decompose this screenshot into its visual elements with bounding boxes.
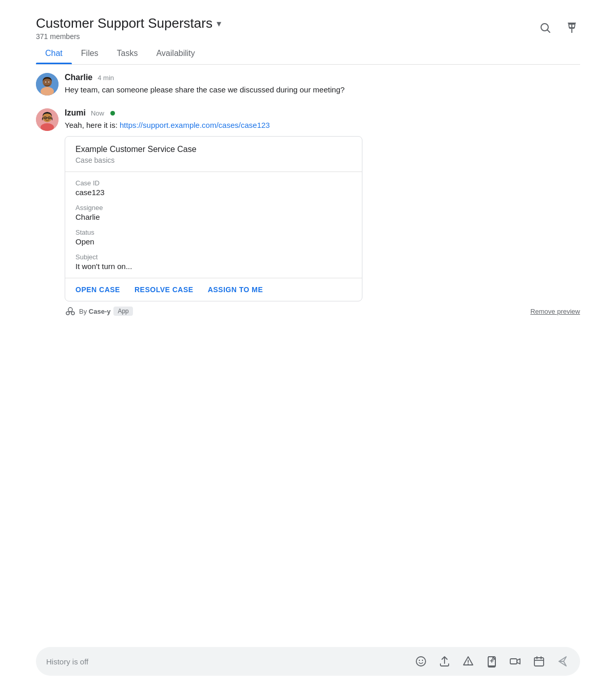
search-icon	[539, 22, 551, 34]
resolve-case-button[interactable]: RESOLVE CASE	[134, 285, 194, 294]
dropdown-icon[interactable]: ▾	[217, 18, 221, 29]
svg-line-21	[69, 312, 70, 312]
case-field-label-subject: Subject	[75, 253, 352, 261]
svg-point-25	[422, 660, 423, 661]
emoji-icon	[415, 655, 427, 668]
case-field-label-assignee: Assignee	[75, 204, 352, 212]
open-case-button[interactable]: OPEN CASE	[75, 285, 120, 294]
remove-preview-link[interactable]: Remove preview	[530, 308, 580, 315]
header: Customer Support Superstars ▾ 371 member…	[36, 10, 580, 41]
case-field-label-status: Status	[75, 228, 352, 236]
tab-tasks[interactable]: Tasks	[108, 43, 147, 64]
casey-logo-icon	[65, 306, 76, 317]
case-card-title: Example Customer Service Case	[75, 145, 352, 154]
chat-content: Charlie 4 min Hey team, can someone plea…	[36, 65, 580, 317]
pin-icon	[566, 22, 578, 34]
avatar-charlie	[36, 73, 59, 96]
bottom-bar: History is off	[36, 647, 580, 676]
case-card: Example Customer Service Case Case basic…	[65, 136, 362, 301]
online-indicator	[110, 111, 115, 116]
message-text-charlie: Hey team, can someone please share the c…	[65, 84, 580, 96]
by-app-row: By Case-y App Remove preview	[65, 306, 580, 317]
message-text-izumi: Yeah, here it is: https://support.exampl…	[65, 120, 580, 131]
svg-rect-33	[534, 658, 544, 666]
send-icon	[556, 655, 569, 668]
message-header-izumi: Izumi Now	[65, 108, 580, 118]
case-card-header: Example Customer Service Case Case basic…	[65, 137, 362, 172]
svg-point-18	[68, 308, 72, 312]
tab-chat[interactable]: Chat	[36, 43, 72, 64]
message-body-izumi: Izumi Now Yeah, here it is: https://supp…	[65, 108, 580, 317]
case-field-value-id: case123	[75, 188, 352, 197]
by-app-left: By Case-y App	[65, 306, 133, 317]
svg-point-8	[45, 82, 46, 83]
case-field-status: Status Open	[75, 228, 352, 246]
header-left: Customer Support Superstars ▾ 371 member…	[36, 15, 221, 41]
search-button[interactable]	[537, 20, 553, 36]
group-name: Customer Support Superstars	[36, 15, 213, 31]
message-time-izumi: Now	[91, 109, 104, 117]
by-app-text: By Case-y	[79, 308, 110, 315]
svg-point-23	[416, 657, 426, 666]
doc-add-icon	[486, 655, 498, 668]
svg-line-1	[548, 30, 550, 33]
case-field-subject: Subject It won't turn on...	[75, 253, 352, 271]
send-button[interactable]	[555, 654, 570, 669]
case-field-value-status: Open	[75, 237, 352, 246]
sender-name: Charlie	[65, 73, 92, 82]
svg-point-16	[45, 117, 46, 118]
assign-to-me-button[interactable]: ASSIGN TO ME	[208, 285, 263, 294]
case-field-assignee: Assignee Charlie	[75, 204, 352, 221]
case-field-id: Case ID case123	[75, 179, 352, 197]
case-card-body: Case ID case123 Assignee Charlie Status …	[65, 172, 362, 278]
upload-button[interactable]	[437, 654, 452, 669]
svg-rect-32	[510, 659, 517, 664]
message-time: 4 min	[98, 74, 114, 82]
svg-point-9	[48, 82, 49, 83]
tabs: Chat Files Tasks Availability	[36, 43, 580, 65]
svg-line-22	[70, 312, 72, 312]
svg-point-24	[419, 660, 420, 661]
case-field-label-id: Case ID	[75, 179, 352, 187]
header-icons	[537, 20, 580, 36]
svg-point-27	[468, 663, 469, 664]
history-off-text: History is off	[46, 657, 88, 666]
message-header-charlie: Charlie 4 min	[65, 73, 580, 82]
tab-availability[interactable]: Availability	[147, 43, 204, 64]
drive-button[interactable]	[461, 654, 475, 669]
calendar-button[interactable]	[532, 654, 546, 669]
svg-point-17	[49, 117, 50, 118]
case-card-actions: OPEN CASE RESOLVE CASE ASSIGN TO ME	[65, 278, 362, 301]
doc-add-button[interactable]	[485, 654, 499, 669]
case-card-subtitle: Case basics	[75, 156, 352, 164]
message-row-izumi: Izumi Now Yeah, here it is: https://supp…	[36, 108, 580, 317]
calendar-icon	[533, 655, 545, 668]
upload-icon	[438, 655, 451, 668]
message-body-charlie: Charlie 4 min Hey team, can someone plea…	[65, 73, 580, 96]
tab-files[interactable]: Files	[72, 43, 108, 64]
header-title: Customer Support Superstars ▾	[36, 15, 221, 31]
video-icon	[509, 655, 522, 668]
member-count: 371 members	[36, 32, 221, 41]
app-badge: App	[113, 307, 132, 316]
sender-name-izumi: Izumi	[65, 108, 86, 118]
case-field-value-assignee: Charlie	[75, 213, 352, 221]
emoji-button[interactable]	[414, 654, 428, 669]
message-row: Charlie 4 min Hey team, can someone plea…	[36, 73, 580, 96]
bottom-icons	[414, 654, 570, 669]
video-button[interactable]	[508, 654, 523, 669]
drive-icon	[462, 655, 474, 668]
case-link[interactable]: https://support.example.com/cases/case12…	[120, 121, 270, 129]
case-field-value-subject: It won't turn on...	[75, 262, 352, 271]
avatar-izumi	[36, 108, 59, 131]
pin-button[interactable]	[564, 20, 580, 36]
